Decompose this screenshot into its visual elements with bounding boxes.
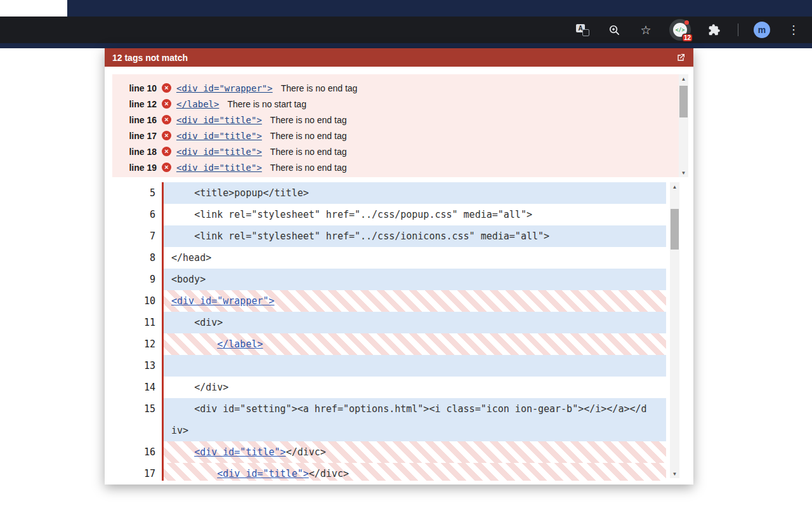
code-content: <div id="setting"><a href="options.html"… [162,398,666,441]
browser-chrome: A ☆ </> 12 m ⋮ [0,0,812,48]
error-line-number: line 17 [112,131,157,141]
code-content: </div> [162,377,666,398]
error-line-number: line 19 [112,163,157,173]
code-text-segment: <link rel="stylesheet" href="../css/popu… [171,209,532,220]
error-list: line 10×<div id="wrapper">There is no en… [112,74,688,175]
error-line-number: line 12 [112,99,157,109]
code-text-segment [171,338,217,350]
error-row: line 12×</label>There is no start tag [112,96,672,112]
toolbar-separator [738,23,738,36]
code-line: 7 <link rel="stylesheet" href="../css/io… [112,225,666,247]
code-content: <title>popup</title> [162,182,666,204]
code-line: 12 </label> [112,333,666,355]
line-number: 9 [112,269,162,290]
code-tag-link[interactable]: </label> [217,338,263,350]
code-text-segment: </div> [171,382,228,393]
source-code-panel: 5 <title>popup</title>6 <link rel="style… [112,182,666,481]
code-line: 13 [112,355,666,377]
error-line-number: line 18 [112,147,157,157]
browser-toolbar: A ☆ </> 12 m ⋮ [0,17,812,43]
code-content: <div> [162,312,666,333]
code-line: 6 <link rel="stylesheet" href="../css/po… [112,204,666,225]
error-message: There is no start tag [227,99,306,109]
open-in-new-tab-icon[interactable] [676,53,686,63]
code-content: <link rel="stylesheet" href="../css/popu… [162,204,666,225]
error-x-icon: × [162,115,171,124]
error-x-icon: × [162,99,171,109]
code-line: 9<body> [112,269,666,290]
error-list-panel: line 10×<div id="wrapper">There is no en… [112,74,688,177]
code-line: 10<div id="wrapper"> [112,290,666,312]
bookmark-star-icon[interactable]: ☆ [638,22,654,38]
line-number: 12 [112,333,162,355]
error-tag-link[interactable]: <div id="title"> [176,115,262,125]
scrollbar-thumb[interactable] [671,209,679,250]
error-row: line 17×<div id="title">There is no end … [112,128,672,144]
popup-title: 12 tags not match [112,53,188,63]
profile-avatar[interactable]: m [754,22,770,38]
code-tag-link[interactable]: <div id="title"> [217,468,309,479]
error-x-icon: × [162,131,171,140]
tab-strip-notch [0,0,67,17]
error-tag-link[interactable]: <div id="wrapper"> [176,83,273,93]
code-content: <div id="wrapper"> [162,290,666,312]
tab-strip [0,0,812,17]
extension-popup: 12 tags not match line 10×<div id="wrapp… [105,48,693,485]
line-number: 6 [112,204,162,225]
line-number: 10 [112,290,162,312]
error-row: line 10×<div id="wrapper">There is no en… [112,80,672,96]
extension-error-dot [684,20,689,25]
code-content [162,355,666,377]
code-content: <div id="title"></divc> [162,441,666,463]
code-text-segment [171,468,217,479]
code-text-segment: <body> [171,274,206,285]
code-content: <link rel="stylesheet" href="../css/ioni… [162,225,666,247]
scroll-up-icon[interactable]: ▲ [670,182,679,191]
code-text-segment: </divc> [309,468,349,479]
scrollbar-thumb[interactable] [679,86,688,117]
browser-menu-icon[interactable]: ⋮ [785,22,802,38]
extension-badge: 12 [682,34,693,42]
code-line: 8</head> [112,247,666,269]
code-content: </head> [162,247,666,269]
code-line: 5 <title>popup</title> [112,182,666,204]
code-content: </label> [162,333,666,355]
line-number: 17 [112,463,162,481]
translate-icon[interactable]: A [574,22,591,38]
code-tag-link[interactable]: <div id="title"> [194,446,286,458]
line-number: 16 [112,441,162,463]
zoom-icon[interactable] [606,22,622,38]
error-message: There is no end tag [270,115,347,125]
error-x-icon: × [162,163,171,172]
error-message: There is no end tag [281,83,358,93]
extensions-puzzle-icon[interactable] [706,22,723,38]
line-number: 7 [112,225,162,247]
error-row: line 16×<div id="title">There is no end … [112,112,672,128]
code-text-segment: </head> [171,252,211,264]
code-text-segment: <title>popup</title> [171,187,309,199]
error-tag-link[interactable]: </label> [176,99,219,109]
scroll-down-icon[interactable]: ▼ [679,168,688,177]
error-tag-link[interactable]: <div id="title"> [176,147,262,157]
extension-button[interactable]: </> 12 [669,19,691,41]
error-tag-link[interactable]: <div id="title"> [176,163,262,173]
scroll-up-icon[interactable]: ▲ [679,74,688,83]
error-x-icon: × [162,83,171,93]
scroll-down-icon[interactable]: ▼ [670,469,679,478]
code-tag-link[interactable]: <div id="wrapper"> [171,295,275,307]
line-number: 14 [112,377,162,398]
error-tag-link[interactable]: <div id="title"> [176,131,262,141]
code-content: <body> [162,269,666,290]
code-line: 14 </div> [112,377,666,398]
line-number: 5 [112,182,162,204]
code-text-segment: </divc> [286,446,326,458]
popup-header: 12 tags not match [105,48,693,67]
line-number: 13 [112,355,162,377]
line-number: 8 [112,247,162,269]
code-scrollbar[interactable]: ▲ ▼ [670,182,679,478]
code-text-segment: <link rel="stylesheet" href="../css/ioni… [171,231,549,242]
line-number: 15 [112,398,162,441]
code-line: 11 <div> [112,312,666,333]
error-list-scrollbar[interactable]: ▲ ▼ [679,74,688,177]
error-message: There is no end tag [270,163,347,173]
